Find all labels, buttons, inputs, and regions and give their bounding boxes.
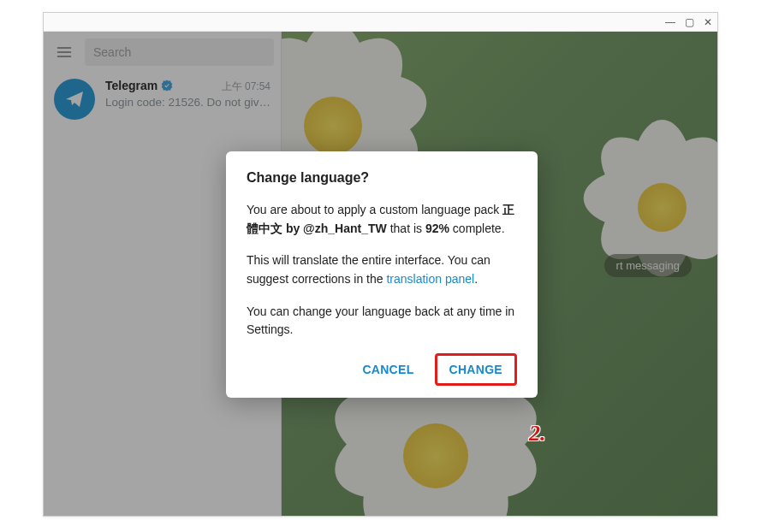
dialog-paragraph-2: This will translate the entire interface… xyxy=(247,251,517,288)
step-annotation-2: 2. xyxy=(529,421,546,446)
change-language-dialog: Change language? You are about to apply … xyxy=(226,151,538,398)
dialog-paragraph-1: You are about to apply a custom language… xyxy=(247,201,517,238)
cancel-button[interactable]: CANCEL xyxy=(350,353,425,386)
dialog-title: Change language? xyxy=(247,170,517,186)
dialog-text: You are about to apply a custom language… xyxy=(247,203,502,216)
app-body: Search Telegram xyxy=(44,32,717,516)
app-window: — ▢ ✕ Search xyxy=(43,12,718,517)
dialog-paragraph-3: You can change your language back at any… xyxy=(247,303,517,340)
window-minimize-icon[interactable]: — xyxy=(664,16,676,28)
window-close-icon[interactable]: ✕ xyxy=(702,16,714,28)
completion-percent: 92% xyxy=(425,222,449,235)
dialog-text: . xyxy=(474,272,478,286)
titlebar: — ▢ ✕ xyxy=(44,13,717,32)
window-maximize-icon[interactable]: ▢ xyxy=(683,16,695,28)
dialog-text: complete. xyxy=(449,222,505,235)
dialog-text: that is xyxy=(387,222,425,235)
translation-panel-link[interactable]: translation panel xyxy=(386,272,474,286)
dialog-buttons: CANCEL CHANGE xyxy=(247,353,517,386)
change-button[interactable]: CHANGE xyxy=(435,353,517,386)
